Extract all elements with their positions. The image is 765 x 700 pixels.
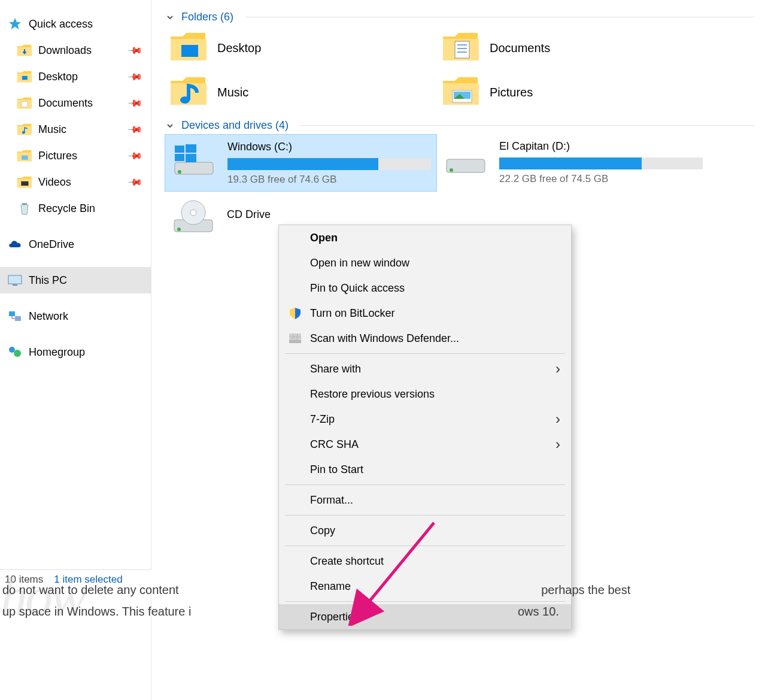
svg-rect-21 — [186, 144, 196, 153]
cm-separator — [285, 484, 565, 485]
sidebar-item-label: Homegroup — [29, 346, 85, 359]
sidebar-item-label: Recycle Bin — [38, 202, 95, 215]
cm-label: Restore previous versions — [310, 388, 435, 401]
drive-usage-bar — [499, 157, 703, 169]
this-pc-icon — [7, 272, 23, 288]
cm-label: Open in new window — [310, 257, 409, 269]
folder-label: Pictures — [490, 86, 533, 99]
onedrive-icon — [7, 237, 23, 252]
homegroup-icon — [7, 344, 23, 360]
cd-drive-icon — [169, 196, 217, 237]
background-caption: do not want to delete any content perhap… — [0, 579, 765, 622]
cm-open[interactable]: Open — [279, 225, 571, 250]
svg-rect-4 — [22, 156, 28, 160]
sidebar-item-music[interactable]: Music 📌 — [0, 116, 151, 143]
folder-desktop-icon — [17, 69, 32, 84]
folder-documents[interactable]: Documents — [437, 26, 709, 70]
drive-usage-bar — [227, 158, 431, 170]
svg-rect-32 — [293, 334, 297, 337]
sidebar-item-pictures[interactable]: Pictures 📌 — [0, 143, 151, 169]
sidebar-this-pc[interactable]: This PC — [0, 267, 151, 293]
drive-windows-c[interactable]: Windows (C:) 19.3 GB free of 74.6 GB — [165, 134, 437, 192]
svg-rect-36 — [298, 337, 301, 340]
svg-rect-13 — [181, 45, 198, 57]
svg-point-19 — [178, 170, 181, 174]
svg-rect-14 — [455, 41, 469, 58]
sidebar-onedrive[interactable]: OneDrive — [0, 231, 151, 257]
section-folders-header[interactable]: Folders (6) — [151, 6, 765, 26]
cm-crc-sha[interactable]: CRC SHA› — [279, 432, 571, 457]
svg-rect-31 — [289, 334, 293, 337]
pin-icon: 📌 — [127, 147, 144, 164]
sidebar-item-label: Videos — [38, 176, 71, 189]
sidebar-network[interactable]: Network — [0, 303, 151, 329]
svg-point-29 — [190, 210, 196, 216]
cm-label: Format... — [310, 494, 353, 507]
sidebar-item-label: Desktop — [38, 71, 78, 83]
cm-bitlocker[interactable]: Turn on BitLocker — [279, 301, 571, 326]
chevron-down-icon — [165, 122, 175, 130]
cm-windows-defender[interactable]: Scan with Windows Defender... — [279, 326, 571, 351]
folder-music[interactable]: Music — [165, 70, 437, 114]
drive-el-capitan-d[interactable]: El Capitan (D:) 22.2 GB free of 74.5 GB — [437, 134, 709, 192]
svg-point-12 — [14, 350, 21, 357]
sidebar-item-label: OneDrive — [29, 238, 74, 251]
sidebar-item-downloads[interactable]: Downloads 📌 — [0, 37, 151, 63]
chevron-right-icon: › — [555, 360, 560, 377]
svg-point-27 — [177, 228, 181, 231]
cm-open-new-window[interactable]: Open in new window — [279, 250, 571, 275]
section-drives-header[interactable]: Devices and drives (4) — [151, 114, 765, 134]
sidebar-item-label: Network — [29, 310, 68, 323]
drive-icon — [442, 139, 490, 180]
svg-rect-10 — [15, 316, 21, 321]
folder-label: Documents — [490, 41, 550, 55]
folder-pictures[interactable]: Pictures — [437, 70, 709, 114]
svg-rect-6 — [22, 203, 27, 205]
drive-label: El Capitan (D:) — [499, 140, 705, 153]
sidebar-item-recyclebin[interactable]: Recycle Bin — [0, 195, 151, 222]
cm-pin-start[interactable]: Pin to Start — [279, 457, 571, 482]
sidebar-quick-access-label: Quick access — [29, 18, 93, 31]
drive-label: CD Drive — [227, 208, 432, 221]
sidebar-item-label: Downloads — [38, 44, 92, 57]
star-icon — [7, 16, 23, 32]
svg-rect-35 — [293, 337, 297, 340]
svg-rect-22 — [175, 154, 184, 161]
cm-label: Pin to Start — [310, 463, 363, 476]
svg-rect-5 — [21, 181, 28, 186]
sidebar-quick-access[interactable]: Quick access — [0, 11, 151, 37]
sidebar-item-label: Documents — [38, 97, 93, 110]
cm-label: Share with — [310, 363, 361, 375]
cm-label: CRC SHA — [310, 438, 359, 451]
cm-share-with[interactable]: Share with› — [279, 356, 571, 381]
shield-icon — [287, 305, 303, 321]
svg-point-11 — [9, 347, 15, 353]
cm-label: Create shortcut — [310, 555, 384, 568]
cm-format[interactable]: Format... — [279, 487, 571, 513]
defender-icon — [287, 331, 303, 346]
recycle-bin-icon — [17, 201, 32, 216]
sidebar-item-videos[interactable]: Videos 📌 — [0, 169, 151, 195]
sidebar-item-label: This PC — [29, 274, 67, 287]
svg-rect-8 — [13, 284, 17, 286]
svg-marker-0 — [9, 18, 21, 29]
section-rule — [300, 125, 754, 126]
section-folders-title: Folders — [181, 11, 217, 23]
section-folders-count: (6) — [220, 11, 233, 23]
cm-copy[interactable]: Copy — [279, 518, 571, 543]
sidebar-item-desktop[interactable]: Desktop 📌 — [0, 63, 151, 90]
folder-music-icon — [169, 75, 208, 110]
cm-7zip[interactable]: 7-Zip› — [279, 407, 571, 432]
sidebar-item-documents[interactable]: Documents 📌 — [0, 90, 151, 116]
sidebar-item-label: Pictures — [38, 150, 77, 162]
cm-restore-previous[interactable]: Restore previous versions — [279, 381, 571, 407]
folder-desktop[interactable]: Desktop — [165, 26, 437, 70]
cm-label: Copy — [310, 525, 335, 537]
cm-label: Open — [310, 232, 338, 244]
cm-create-shortcut[interactable]: Create shortcut — [279, 549, 571, 574]
network-icon — [7, 308, 23, 324]
sidebar-homegroup[interactable]: Homegroup — [0, 339, 151, 365]
cm-pin-quick-access[interactable]: Pin to Quick access — [279, 275, 571, 301]
section-drives-title: Devices and drives — [181, 119, 272, 131]
cm-label: Pin to Quick access — [310, 282, 405, 295]
